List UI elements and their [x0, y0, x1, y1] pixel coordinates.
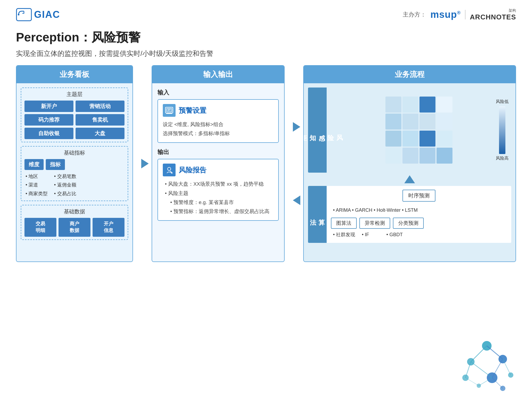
algo-box-row: 图算法 异常检测 分类预测 [331, 218, 507, 229]
risk-matrix-area: 风险低 风险高 [327, 88, 511, 173]
tag-shanghushuju: 商户数据 [59, 218, 90, 236]
tag-xinkaihu: 新开户 [24, 101, 73, 112]
indicator-tag: 指标 [46, 159, 65, 170]
theme-title: 主题层 [24, 91, 124, 98]
kanban-body: 主题层 新开户 营销活动 码力推荐 售卖机 自助收银 大盘 基础指标 维度 指标 [16, 83, 132, 261]
report-content: • 风险大盘：XX场景共预警 xx 项，趋势平稳 • 风险主题 • 预警维度：e… [163, 180, 273, 216]
algo-bottom-row: • 社群发现 • IF • GBDT [331, 230, 507, 239]
svg-line-15 [487, 346, 503, 359]
title-section: Perception：风险预警 实现全面立体的监控视图，按需提供实时/小时级/天… [0, 27, 532, 63]
svg-line-19 [503, 359, 511, 375]
flow-header: 业务流程 [304, 66, 516, 83]
logo-text: GIAC [34, 9, 60, 20]
theme-tag-grid: 新开户 营销活动 码力推荐 售卖机 自助收银 大盘 [24, 101, 124, 139]
risk-high-label: 风险高 [496, 156, 509, 161]
algo-label: 算法 [308, 186, 327, 243]
svg-line-18 [492, 359, 503, 378]
warning-line1: 设定 <维度, 风险指标>组合 [163, 120, 273, 129]
arrow-right-icon [141, 159, 149, 168]
matrix-cell-2-2 [419, 131, 435, 147]
svg-rect-3 [167, 108, 172, 112]
diagram-area: 业务看板 主题层 新开户 营销活动 码力推荐 售卖机 自助收银 大盘 基础指标 … [0, 63, 532, 265]
matrix-cell-1-2 [419, 114, 435, 130]
matrix-cell-3-2 [419, 148, 435, 164]
report-line2: • 风险主题 [165, 189, 273, 198]
svg-line-17 [471, 362, 492, 378]
organizer-label: 主办方： [403, 11, 426, 19]
algo-content: 时序预测 • ARIMA • GARCH • Holt-Winter • LST… [327, 186, 511, 243]
warning-content: 设定 <维度, 风险指标>组合 选择预警模式：多指标/单指标 [163, 120, 273, 138]
flow-arrow-up [308, 173, 511, 186]
anomaly-box: 异常检测 [359, 218, 390, 229]
matrix-cell-0-2 [419, 97, 435, 113]
msup-text: msup® [430, 9, 461, 20]
archnotes-sub: 架构 [470, 8, 516, 13]
arrow-io-to-flow [290, 65, 303, 262]
logo-area: GIAC [16, 8, 60, 21]
input-card: 预警设置 设定 <维度, 风险指标>组合 选择预警模式：多指标/单指标 [157, 99, 279, 143]
data-section: 基础数据 交易明细 商户数据 开户信息 [21, 205, 128, 240]
svg-point-1 [18, 14, 19, 15]
io-header: 输入输出 [152, 66, 284, 83]
tag-dapan: 大盘 [76, 128, 124, 139]
output-label: 输出 [157, 148, 279, 156]
indicator-lists: • 地区 • 渠道 • 商家类型 • 交易笔数 • 返佣金额 • 交易占比 [24, 172, 124, 198]
algo-section: 算法 时序预测 • ARIMA • GARCH • Holt-Winter • … [308, 186, 511, 243]
page-title: Perception：风险预警 [16, 29, 516, 46]
tag-mali: 码力推荐 [24, 114, 73, 126]
report-title: 风险报告 [179, 165, 206, 175]
svg-line-21 [492, 378, 503, 388]
matrix-cell-1-0 [385, 114, 401, 130]
svg-line-14 [471, 346, 487, 362]
report-title-row: 风险报告 [163, 164, 273, 176]
archnotes-area: 架构 ARCHNOTES [470, 8, 516, 21]
warning-icon [163, 104, 176, 117]
tag-jiaoyimingxi: 交易明细 [24, 218, 56, 236]
arrow-up-icon [404, 175, 415, 183]
flow-body: 风险感知矩阵 风险低 风险高 [304, 83, 516, 261]
time-series-box: 时序预测 [402, 190, 435, 202]
header: GIAC 主办方： msup® 架构 ARCHNOTES [0, 0, 532, 27]
matrix-cell-1-1 [402, 114, 418, 130]
warning-line2: 选择预警模式：多指标/单指标 [163, 129, 273, 138]
matrix-cell-2-3 [437, 131, 452, 147]
matrix-cell-3-3 [437, 148, 452, 164]
matrix-cell-3-1 [402, 148, 418, 164]
deco-network [450, 319, 524, 394]
archnotes-text: ARCHNOTES [470, 13, 516, 21]
risk-scale: 风险低 风险高 [496, 99, 509, 161]
matrix-cell-0-1 [402, 97, 418, 113]
svg-point-5 [171, 172, 173, 174]
warning-title-row: 预警设置 [163, 104, 273, 117]
risk-low-label: 风险低 [496, 99, 509, 105]
matrix-cell-2-1 [402, 131, 418, 147]
risk-matrix-section: 风险感知矩阵 风险低 风险高 [308, 88, 511, 173]
matrix-cell-0-3 [437, 97, 452, 113]
divider [465, 10, 466, 19]
arrow-kanban-to-io [138, 65, 152, 262]
risk-matrix-grid [385, 97, 452, 164]
matrix-cell-2-0 [385, 131, 401, 147]
tag-zizhu: 自助收银 [24, 128, 73, 139]
report-line1: • 风险大盘：XX场景共预警 xx 项，趋势平稳 [165, 180, 273, 189]
indicator-tag-row: 维度 指标 [24, 159, 124, 170]
theme-section: 主题层 新开户 营销活动 码力推荐 售卖机 自助收银 大盘 [21, 88, 128, 142]
graph-box: 图算法 [331, 218, 357, 229]
report-sub1: • 预警维度：e.g. 某省某县市 [170, 198, 273, 207]
svg-point-4 [168, 167, 171, 171]
io-body: 输入 预警设置 [152, 83, 284, 261]
tag-yingxiao: 营销活动 [76, 101, 124, 112]
matrix-cell-0-0 [385, 97, 401, 113]
risk-label: 风险感知矩阵 [308, 88, 327, 173]
tag-shoupan: 售卖机 [76, 114, 124, 126]
algo-items-row: • ARIMA • GARCH • Holt-Winter • LSTM [331, 206, 507, 214]
metric-list: • 交易笔数 • 返佣金额 • 交易占比 [53, 172, 76, 198]
input-label: 输入 [157, 89, 279, 97]
indicator-section: 基础指标 维度 指标 • 地区 • 渠道 • 商家类型 • 交易笔数 • 返佣金… [21, 146, 128, 201]
warning-title: 预警设置 [179, 106, 206, 115]
risk-scale-bar [499, 106, 505, 154]
kanban-header: 业务看板 [16, 66, 132, 83]
giac-logo-icon [16, 8, 32, 21]
organizer-area: 主办方： msup® 架构 ARCHNOTES [403, 8, 516, 21]
matrix-cell-1-3 [437, 114, 452, 130]
